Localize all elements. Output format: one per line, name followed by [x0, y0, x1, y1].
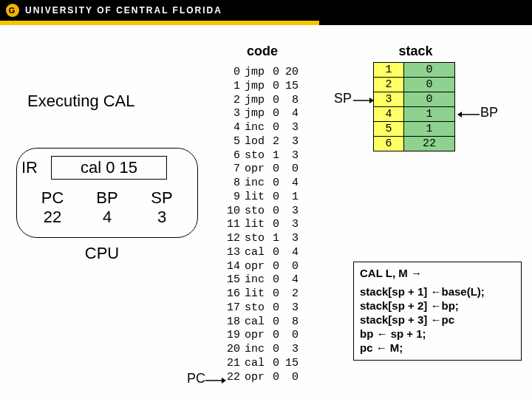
- svg-marker-5: [457, 112, 462, 117]
- pc-marker: PC: [187, 371, 205, 386]
- code-row: 16lit02: [218, 287, 299, 301]
- sp-label: SP: [134, 188, 189, 208]
- pseudocode-title: CAL L, M →: [360, 267, 515, 279]
- code-row: 20inc03: [218, 343, 299, 357]
- bp-marker: BP: [480, 105, 498, 120]
- code-row: 0jmp020: [218, 66, 299, 80]
- stack-table: 1020304151622: [373, 62, 455, 151]
- pc-value: 22: [25, 208, 80, 227]
- bp-label: BP: [80, 188, 134, 208]
- sp-marker: SP: [334, 91, 352, 106]
- code-row: 1jmp015: [218, 80, 299, 94]
- code-row: 22opr00: [218, 371, 299, 385]
- bp-arrow-icon: [456, 109, 480, 122]
- code-row: 5lod23: [218, 135, 299, 149]
- stack-row: 20: [374, 78, 455, 92]
- code-row: 14opr00: [218, 260, 299, 274]
- pc-label: PC: [25, 188, 80, 208]
- ir-value: cal 0 15: [51, 156, 167, 180]
- code-heading: code: [218, 44, 307, 59]
- bp-value: 4: [80, 208, 134, 227]
- stack-row: 622: [374, 137, 455, 151]
- pseudocode-box: CAL L, M → stack[sp + 1] ←base(L);stack[…: [353, 262, 522, 361]
- executing-label: Executing CAL: [27, 92, 201, 111]
- code-row: 19opr00: [218, 329, 299, 343]
- code-row: 11lit03: [218, 218, 299, 232]
- svg-marker-1: [222, 378, 226, 383]
- pseudocode-line: pc ← M;: [360, 341, 515, 354]
- code-row: 8inc04: [218, 177, 299, 191]
- pseudocode-line: stack[sp + 1] ←base(L);: [360, 285, 515, 298]
- code-row: 17sto03: [218, 301, 299, 316]
- stack-row: 10: [374, 63, 455, 78]
- sp-value: 3: [134, 208, 189, 227]
- svg-marker-3: [369, 98, 374, 103]
- cpu-box: IR cal 0 15 PC BP SP 22 4 3: [16, 148, 198, 238]
- cpu-area: Executing CAL IR cal 0 15 PC BP SP 22 4 …: [16, 92, 201, 263]
- code-row: 2jmp08: [218, 94, 299, 108]
- pc-arrow-icon: [205, 375, 226, 388]
- cpu-label: CPU: [16, 244, 188, 263]
- sp-arrow-icon: [353, 95, 374, 108]
- stack-heading: stack: [373, 44, 458, 59]
- stack-row: 51: [374, 122, 455, 137]
- code-row: 10sto03: [218, 205, 299, 219]
- code-row: 18cal08: [218, 316, 299, 330]
- code-row: 6sto13: [218, 149, 299, 163]
- code-row: 7opr00: [218, 163, 299, 177]
- stack-row: 41: [374, 107, 455, 122]
- code-row: 12sto13: [218, 232, 299, 246]
- code-row: 4inc03: [218, 121, 299, 135]
- pseudocode-line: stack[sp + 3] ←pc: [360, 313, 515, 326]
- code-listing: 0jmp0201jmp0152jmp083jmp044inc035lod236s…: [218, 66, 299, 384]
- pseudocode-line: stack[sp + 2] ←bp;: [360, 299, 515, 312]
- brand-text: UNIVERSITY OF CENTRAL FLORIDA: [25, 5, 222, 16]
- stack-row: 30: [374, 92, 455, 107]
- code-row: 21cal015: [218, 357, 299, 371]
- code-row: 3jmp04: [218, 107, 299, 121]
- code-row: 15inc04: [218, 273, 299, 287]
- pseudocode-line: bp ← sp + 1;: [360, 327, 515, 340]
- ir-label: IR: [21, 158, 51, 177]
- code-row: 13cal04: [218, 246, 299, 260]
- slide-content: code stack Executing CAL IR cal 0 15 PC …: [0, 25, 532, 399]
- brand-logo: G: [6, 4, 19, 17]
- code-row: 9lit01: [218, 191, 299, 205]
- brand-bar: G UNIVERSITY OF CENTRAL FLORIDA: [0, 0, 532, 21]
